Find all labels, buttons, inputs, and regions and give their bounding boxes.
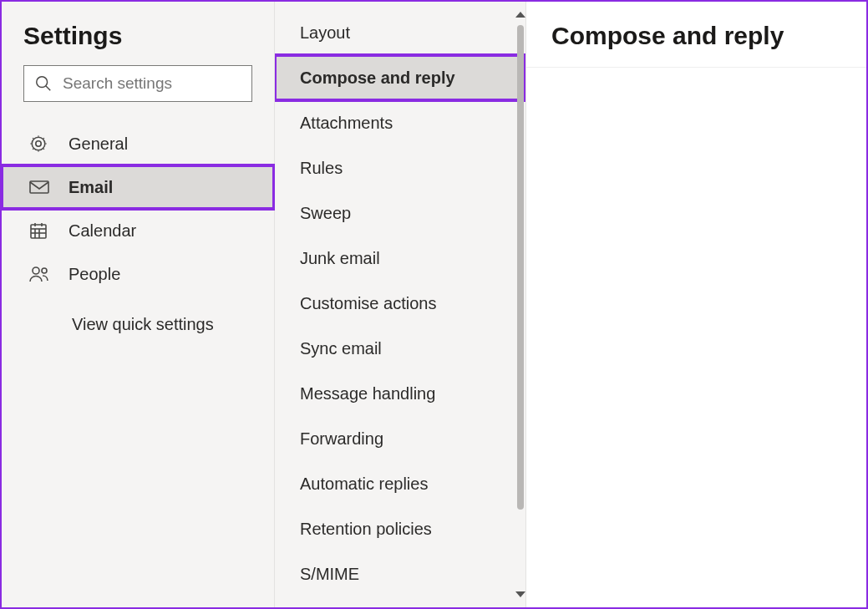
svg-point-0 [37,77,48,88]
subsetting-rules[interactable]: Rules [275,145,525,190]
calendar-icon [28,221,48,241]
settings-window: Settings General [0,0,868,609]
subsetting-label: Layout [300,23,350,43]
subsetting-retention-policies[interactable]: Retention policies [275,506,525,551]
subsettings-list: Layout Compose and reply Attachments Rul… [275,2,525,607]
subsetting-sync-email[interactable]: Sync email [275,326,525,371]
svg-rect-5 [31,225,46,238]
svg-rect-4 [30,181,48,193]
subsetting-label: Sync email [300,339,382,358]
scroll-thumb[interactable] [517,25,524,510]
category-general[interactable]: General [2,122,274,165]
svg-line-1 [46,86,51,91]
subsetting-junk-email[interactable]: Junk email [275,236,525,281]
subsetting-smime[interactable]: S/MIME [275,551,525,596]
search-icon [34,74,53,93]
subsetting-label: Sweep [300,204,351,223]
category-list: General Email [2,117,274,337]
subsetting-automatic-replies[interactable]: Automatic replies [275,461,525,506]
subsettings-panel: Layout Compose and reply Attachments Rul… [275,2,526,607]
settings-title: Settings [2,15,274,65]
category-label: Email [69,178,113,197]
category-email[interactable]: Email [2,165,274,209]
subsetting-label: Retention policies [300,520,432,539]
category-people[interactable]: People [2,252,274,296]
subsetting-forwarding[interactable]: Forwarding [275,416,525,461]
svg-point-13 [42,268,47,273]
subsetting-label: Rules [300,159,343,178]
people-icon [28,264,50,284]
category-calendar[interactable]: Calendar [2,209,274,252]
search-input[interactable] [63,74,261,93]
subsetting-sweep[interactable]: Sweep [275,190,525,236]
svg-point-12 [33,267,39,274]
detail-title: Compose and reply [551,22,841,50]
subsetting-label: Message handling [300,384,435,403]
subsetting-label: Junk email [300,249,380,268]
subsetting-label: Customise actions [300,294,436,313]
category-label: People [69,265,120,284]
category-label: General [69,134,128,154]
subsetting-customise-actions[interactable]: Customise actions [275,281,525,326]
subsetting-label: Compose and reply [300,69,455,88]
view-quick-settings-label: View quick settings [72,315,214,334]
search-box[interactable] [23,65,252,102]
scrollbar[interactable] [516,15,525,594]
subsetting-label: Forwarding [300,429,383,449]
settings-categories-panel: Settings General [2,2,275,607]
subsetting-label: Automatic replies [300,475,428,494]
svg-point-3 [32,137,45,150]
mail-icon [28,177,50,197]
svg-point-2 [36,141,41,146]
category-label: Calendar [69,221,136,241]
gear-icon [28,134,48,154]
scroll-down-icon[interactable] [515,591,525,597]
subsetting-attachments[interactable]: Attachments [275,100,525,145]
detail-header: Compose and reply [526,2,866,68]
subsetting-label: S/MIME [300,565,359,584]
scroll-up-icon[interactable] [515,12,525,18]
view-quick-settings-link[interactable]: View quick settings [2,296,274,337]
subsetting-compose-and-reply[interactable]: Compose and reply [275,55,525,100]
detail-panel: Compose and reply [526,2,866,607]
subsetting-message-handling[interactable]: Message handling [275,371,525,416]
search-container [2,65,274,117]
subsetting-label: Attachments [300,114,393,133]
subsetting-layout[interactable]: Layout [275,10,525,55]
